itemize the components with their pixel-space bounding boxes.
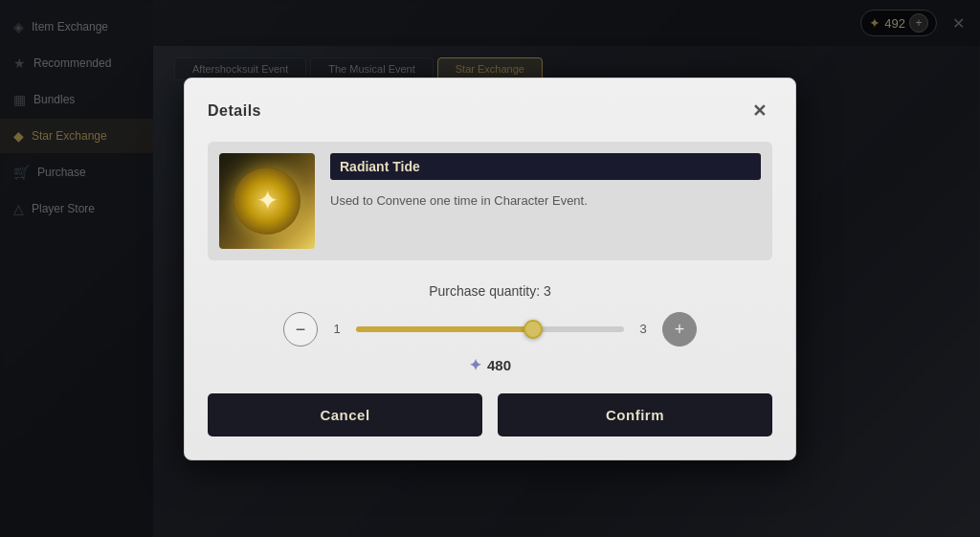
quantity-increase-button[interactable]: + xyxy=(662,312,697,347)
slider-track xyxy=(356,326,624,332)
quantity-decrease-button[interactable]: − xyxy=(283,312,318,347)
quantity-label: Purchase quantity: 3 xyxy=(208,283,772,299)
item-name: Radiant Tide xyxy=(340,159,420,174)
modal-overlay: Details ✦ Radiant Tide Used to Convene o… xyxy=(0,0,980,537)
confirm-button[interactable]: Confirm xyxy=(498,393,772,436)
cost-currency-icon: ✦ xyxy=(469,356,481,374)
item-name-bar: Radiant Tide xyxy=(330,153,761,180)
slider-thumb[interactable] xyxy=(523,320,543,339)
cancel-button[interactable]: Cancel xyxy=(208,393,482,436)
modal-header: Details xyxy=(208,98,772,124)
modal-close-button[interactable] xyxy=(746,98,772,124)
item-description: Used to Convene one time in Character Ev… xyxy=(330,188,761,214)
item-info: Radiant Tide Used to Convene one time in… xyxy=(330,153,761,249)
details-modal: Details ✦ Radiant Tide Used to Convene o… xyxy=(184,78,796,460)
buttons-row: Cancel Confirm xyxy=(208,393,772,436)
item-symbol-icon: ✦ xyxy=(256,185,278,216)
item-section: ✦ Radiant Tide Used to Convene one time … xyxy=(208,142,772,260)
quantity-section: Purchase quantity: 3 − 1 3 + ✦ 480 xyxy=(208,283,772,374)
item-image-inner: ✦ xyxy=(234,168,301,235)
slider-wrapper[interactable] xyxy=(356,320,624,339)
modal-title: Details xyxy=(208,102,261,120)
slider-min-label: 1 xyxy=(329,322,345,336)
cost-amount: 480 xyxy=(487,357,511,373)
cost-display: ✦ 480 xyxy=(208,356,772,374)
slider-row: − 1 3 + xyxy=(208,312,772,347)
slider-max-label: 3 xyxy=(635,322,651,336)
item-image: ✦ xyxy=(219,153,315,249)
